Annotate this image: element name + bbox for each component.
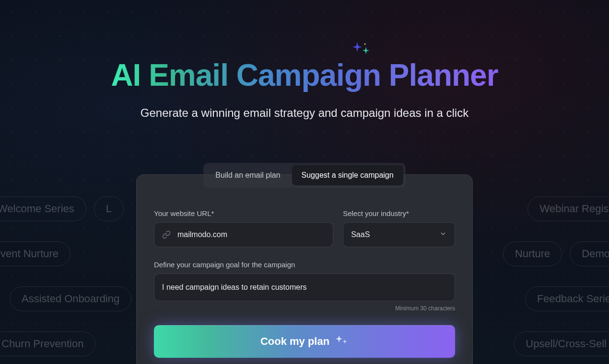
goal-input[interactable] — [162, 282, 447, 293]
sparkle-icon — [352, 42, 372, 61]
sparkle-icon — [335, 334, 349, 349]
svg-point-0 — [364, 44, 366, 45]
industry-select[interactable]: SaaS — [343, 222, 455, 247]
goal-label: Define your campaign goal for the campai… — [154, 261, 455, 269]
tab-suggest-campaign[interactable]: Suggest a single campaign — [292, 165, 403, 185]
cook-plan-button[interactable]: Cook my plan — [154, 325, 455, 358]
goal-hint: Minimum 30 characters — [154, 305, 455, 312]
goal-input-wrapper[interactable] — [154, 273, 455, 301]
link-icon — [162, 230, 171, 239]
page-title: AI Email Campaign Planner — [111, 57, 498, 93]
page-subtitle: Generate a winning email strategy and ca… — [141, 106, 468, 120]
url-input-wrapper[interactable] — [154, 222, 333, 247]
form-card: Your website URL* Select your industry* … — [136, 174, 473, 364]
submit-label: Cook my plan — [260, 335, 329, 348]
industry-label: Select your industry* — [343, 209, 455, 217]
tabs: Build an email plan Suggest a single cam… — [203, 163, 405, 188]
url-input[interactable] — [177, 230, 325, 239]
url-label: Your website URL* — [154, 209, 333, 217]
tab-build-plan[interactable]: Build an email plan — [206, 165, 290, 185]
chevron-down-icon — [439, 230, 447, 239]
industry-value: SaaS — [351, 230, 439, 239]
